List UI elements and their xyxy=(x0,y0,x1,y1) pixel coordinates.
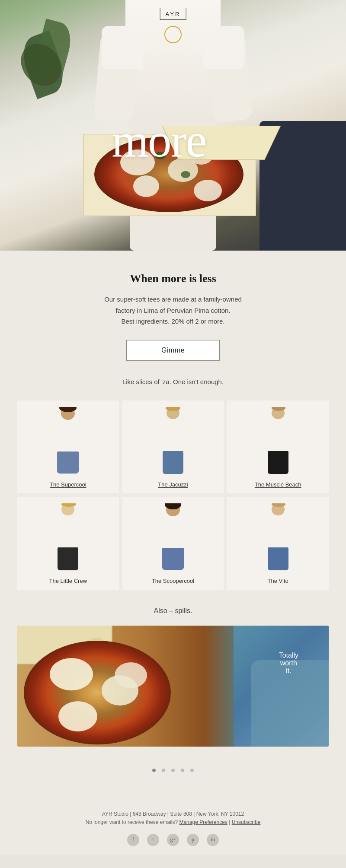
product-name-scoopercool[interactable]: The Scoopercool xyxy=(152,578,194,584)
carousel-dots xyxy=(17,760,329,782)
facebook-icon[interactable]: f xyxy=(127,834,139,846)
carousel-dot-4[interactable] xyxy=(181,769,184,772)
footer-separator: | xyxy=(229,819,230,825)
product-image-muscle-beach xyxy=(231,407,324,476)
product-image-jacuzzi xyxy=(127,407,220,476)
section-description: Our super-soft tees are made at a family… xyxy=(17,294,329,327)
product-name-vito[interactable]: The Vito xyxy=(268,578,288,584)
also-spills-text: Also – spills. xyxy=(17,607,329,615)
product-grid: The Supercool The Jacuzzi xyxy=(17,401,329,590)
logo-container: AYR xyxy=(160,8,186,20)
pinterest-icon[interactable]: p xyxy=(187,834,199,846)
product-name-little-crew[interactable]: The Little Crew xyxy=(49,578,87,584)
twitter-icon[interactable]: t xyxy=(147,834,159,846)
main-content: When more is less Our super-soft tees ar… xyxy=(0,251,346,800)
footer-unsubscribe: No longer want to receive these emails? … xyxy=(9,819,337,825)
google-plus-icon[interactable]: g+ xyxy=(167,834,179,846)
bottom-pizza-bg: Totally worth it. xyxy=(17,626,329,747)
section-title: When more is less xyxy=(17,272,329,285)
product-card-muscle-beach[interactable]: The Muscle Beach xyxy=(227,401,329,493)
linkedin-icon[interactable]: in xyxy=(207,834,219,846)
carousel-dot-5[interactable] xyxy=(190,769,194,772)
tee-sleeve-right xyxy=(203,26,244,69)
carousel-dot-2[interactable] xyxy=(162,769,165,772)
totally-worth-it-text: Totally worth it. xyxy=(279,652,298,675)
bottom-pizza-circle xyxy=(24,641,171,744)
social-icons-row: f t g+ p in xyxy=(9,834,337,846)
product-image-vito xyxy=(231,503,324,572)
bottom-cheese-1 xyxy=(50,658,93,690)
brand-logo: AYR xyxy=(166,11,181,17)
pizza-cheese-5 xyxy=(194,180,222,201)
product-card-scoopercool[interactable]: The Scoopercool xyxy=(122,497,224,590)
bottom-cheese-3 xyxy=(58,701,97,731)
tagline-text: Like slices of 'za. One isn't enough. xyxy=(17,378,329,385)
carousel-dot-1[interactable] xyxy=(152,769,156,772)
product-card-supercool[interactable]: The Supercool xyxy=(17,401,119,493)
unsubscribe-link[interactable]: Unsubscribe xyxy=(232,819,261,825)
product-card-vito[interactable]: The Vito xyxy=(227,497,329,590)
product-card-jacuzzi[interactable]: The Jacuzzi xyxy=(122,401,224,493)
necklace xyxy=(164,26,182,43)
tee-sleeve-left xyxy=(102,26,143,69)
hero-section: AYR more xyxy=(0,0,346,251)
hero-headline: more xyxy=(112,117,206,164)
footer: AYR Studio | 648 Broadway | Suite 808 | … xyxy=(0,800,346,855)
bottom-pizza-section: Totally worth it. xyxy=(17,626,329,747)
product-name-jacuzzi[interactable]: The Jacuzzi xyxy=(158,481,188,488)
blue-side xyxy=(234,626,329,747)
product-image-supercool xyxy=(22,407,115,476)
footer-address: AYR Studio | 648 Broadway | Suite 808 | … xyxy=(9,811,337,817)
bottom-cheese-4 xyxy=(115,662,147,688)
basil-2 xyxy=(181,171,190,178)
product-name-supercool[interactable]: The Supercool xyxy=(50,481,86,488)
product-card-little-crew[interactable]: The Little Crew xyxy=(17,497,119,590)
unsubscribe-text: No longer want to receive these emails? xyxy=(86,819,178,825)
product-image-scoopercool xyxy=(127,503,220,572)
carousel-dot-3[interactable] xyxy=(171,769,175,772)
product-image-little-crew xyxy=(22,503,115,572)
product-name-muscle-beach[interactable]: The Muscle Beach xyxy=(255,481,301,488)
manage-preferences-link[interactable]: Manage Preferences xyxy=(179,819,227,825)
cta-button[interactable]: Gimme xyxy=(126,340,220,361)
pizza-cheese-3 xyxy=(133,175,159,197)
